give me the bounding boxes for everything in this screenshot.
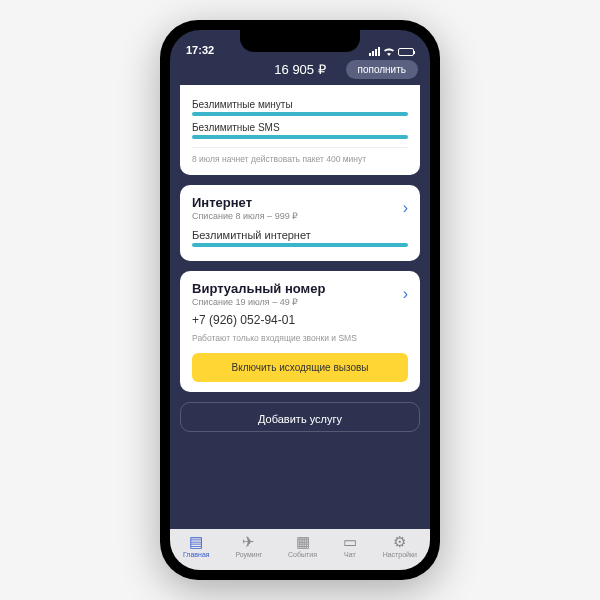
phone-frame: 17:32 16 905 ₽ пополнить Безлимитные мин… [160, 20, 440, 580]
chat-icon: ▭ [343, 534, 357, 549]
plane-icon: ✈ [242, 534, 255, 549]
balance-amount: 16 905 ₽ [274, 62, 325, 77]
add-service-button[interactable]: Добавить услугу [180, 402, 420, 432]
internet-progress [192, 243, 408, 247]
tab-roaming[interactable]: ✈ Роуминг [235, 534, 262, 558]
card-internet[interactable]: Интернет Списание 8 июля – 999 ₽ › Безли… [180, 185, 420, 261]
internet-title: Интернет [192, 195, 298, 210]
internet-subtitle: Списание 8 июля – 999 ₽ [192, 211, 298, 221]
chevron-right-icon: › [403, 199, 408, 217]
list-icon: ▤ [189, 534, 203, 549]
unlimited-sms-label: Безлимитные SMS [192, 122, 408, 133]
tab-chat-label: Чат [344, 551, 356, 558]
battery-icon [398, 48, 414, 56]
tab-events-label: События [288, 551, 317, 558]
virtual-phone-number: +7 (926) 052-94-01 [192, 313, 408, 327]
minutes-progress [192, 112, 408, 116]
wifi-icon [383, 47, 395, 56]
calls-note: 8 июля начнет действовать пакет 400 мину… [192, 147, 408, 165]
card-virtual-number[interactable]: Виртуальный номер Списание 19 июля – 49 … [180, 271, 420, 392]
tab-main-label: Главная [183, 551, 210, 558]
virtual-subtitle: Списание 19 июля – 49 ₽ [192, 297, 325, 307]
tab-roaming-label: Роуминг [235, 551, 262, 558]
status-time: 17:32 [186, 44, 214, 56]
unlimited-internet-label: Безлимитный интернет [192, 229, 408, 241]
tab-events[interactable]: ▦ События [288, 534, 317, 558]
card-calls-sms: Безлимитные минуты Безлимитные SMS 8 июл… [180, 85, 420, 175]
tab-settings[interactable]: ⚙ Настройки [383, 534, 417, 558]
content-scroll[interactable]: Безлимитные минуты Безлимитные SMS 8 июл… [170, 85, 430, 529]
events-icon: ▦ [296, 534, 310, 549]
gear-icon: ⚙ [393, 534, 406, 549]
enable-outgoing-button[interactable]: Включить исходящие вызовы [192, 353, 408, 382]
unlimited-minutes-label: Безлимитные минуты [192, 99, 408, 110]
status-indicators [369, 47, 414, 56]
tab-chat[interactable]: ▭ Чат [343, 534, 357, 558]
notch [240, 30, 360, 52]
virtual-title: Виртуальный номер [192, 281, 325, 296]
screen: 17:32 16 905 ₽ пополнить Безлимитные мин… [170, 30, 430, 570]
tab-main[interactable]: ▤ Главная [183, 534, 210, 558]
topup-button[interactable]: пополнить [346, 60, 418, 79]
chevron-right-icon: › [403, 285, 408, 303]
virtual-note: Работают только входящие звонки и SMS [192, 333, 408, 343]
sms-progress [192, 135, 408, 139]
tab-bar: ▤ Главная ✈ Роуминг ▦ События ▭ Чат ⚙ На… [170, 529, 430, 570]
tab-settings-label: Настройки [383, 551, 417, 558]
signal-icon [369, 47, 380, 56]
app-header: 16 905 ₽ пополнить [170, 58, 430, 85]
